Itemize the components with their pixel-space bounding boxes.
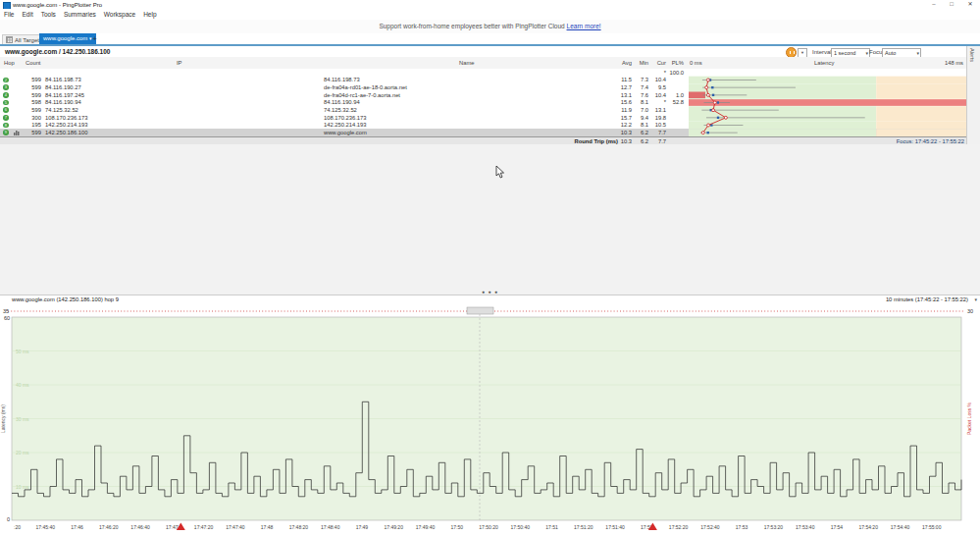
x-tick-label: 17:52:40 — [700, 524, 720, 530]
round-trip-min: 6.2 — [632, 138, 648, 144]
grid-label: 20 ms — [16, 450, 29, 456]
col-count[interactable]: Count — [26, 60, 40, 66]
window-title: www.google.com - PingPlotter Pro — [13, 2, 102, 8]
cell-avg: 12.7 — [596, 84, 632, 90]
hop-number-badge: 8 — [3, 123, 9, 129]
cell-count: 599 — [10, 107, 41, 113]
cell-avg: 12.2 — [596, 122, 632, 128]
grid-icon — [6, 36, 13, 43]
col-ip[interactable]: IP — [177, 60, 181, 66]
cell-ip: 108.170.236.173 — [45, 115, 88, 121]
cell-cur: * — [648, 99, 666, 105]
grid-label: 50 ms — [16, 348, 29, 354]
cell-min: 7.4 — [632, 84, 648, 90]
cell-count: 599 — [10, 77, 41, 82]
pingplotter-window: www.google.com - PingPlotter Pro – □ ✕ F… — [0, 0, 980, 536]
cell-name: 74.125.32.52 — [324, 107, 357, 113]
hop-number-badge: 2 — [3, 78, 9, 83]
cell-ip: 74.125.32.52 — [45, 107, 78, 113]
menu-help[interactable]: Help — [139, 9, 160, 20]
target-header: www.google.com / 142.250.186.100 ▼ Inter… — [0, 46, 980, 57]
x-tick-label: 17:48:40 — [321, 524, 340, 530]
svg-text:30: 30 — [967, 308, 973, 314]
col-hop[interactable]: Hop — [4, 60, 15, 66]
cell-name: 142.250.214.193 — [324, 122, 367, 128]
x-tick-label: 17:50:20 — [479, 524, 498, 530]
cell-name: de-fra04d-rc1-ae-7-0.aorta.net — [324, 92, 400, 98]
target-title: www.google.com / 142.250.186.100 — [5, 48, 110, 55]
minimize-button[interactable]: – — [926, 0, 942, 9]
x-tick-label: 17:53 — [736, 524, 748, 530]
timeline-panel: www.google.com (142.250.186.100) hop 9 1… — [0, 295, 980, 536]
cell-count: 598 — [10, 99, 41, 105]
cell-cur: 7.7 — [648, 130, 666, 135]
col-name[interactable]: Name — [459, 60, 474, 66]
focus-value: Auto — [885, 50, 896, 56]
cell-cur: 10.4 — [648, 92, 666, 98]
cell-count: 599 — [10, 130, 41, 135]
cell-name: www.google.com — [324, 130, 367, 135]
trace-grid-rows: *100.0259984.116.198.7384.116.198.7311.5… — [0, 69, 966, 136]
hop-number-badge: 6 — [3, 107, 9, 113]
col-avg[interactable]: Avg — [596, 60, 632, 66]
chevron-down-icon: ▾ — [916, 49, 919, 57]
menu-bar: FileEditToolsSummariesWorkspaceHelp — [0, 9, 980, 20]
x-tick-label: :20 — [14, 524, 21, 530]
cell-cur: 10.4 — [648, 77, 666, 82]
cell-min: 9.4 — [632, 115, 648, 121]
col-pl[interactable]: PL% — [666, 60, 684, 66]
banner-text: Support work-from-home employees better … — [379, 23, 564, 29]
col-latency[interactable]: Latency — [814, 60, 834, 66]
pause-icon — [790, 51, 795, 55]
menu-summaries[interactable]: Summaries — [60, 9, 100, 20]
x-tick-label: 17:49:20 — [384, 524, 403, 530]
hop-number-badge: 5 — [3, 100, 9, 106]
x-tick-label: 17:47 — [166, 524, 179, 530]
x-tick-label: 17:51 — [545, 524, 558, 530]
tab-www-google-com[interactable]: www.google.com ▾ — [39, 33, 96, 44]
tab-active-label: www.google.com — [43, 35, 87, 41]
menu-file[interactable]: File — [0, 9, 18, 20]
interval-select[interactable]: 1 second▾ — [831, 48, 870, 58]
hop-number-badge: 9 — [3, 130, 9, 135]
menu-edit[interactable]: Edit — [18, 9, 36, 20]
chevron-down-icon[interactable]: ▾ — [974, 296, 977, 302]
banner-learn-more-link[interactable]: Learn more! — [567, 23, 601, 29]
maximize-button[interactable]: □ — [944, 0, 959, 9]
menu-workspace[interactable]: Workspace — [100, 9, 139, 20]
cell-min: 7.6 — [632, 92, 648, 98]
alerts-tab[interactable]: Alerts — [969, 48, 975, 62]
x-tick-label: 17:50:40 — [511, 524, 531, 530]
x-tick-label: 17:49:40 — [416, 524, 436, 530]
focus-select[interactable]: Auto▾ — [882, 48, 921, 58]
alerts-rail: Alerts — [966, 46, 980, 144]
col-min[interactable]: Min — [632, 60, 648, 66]
x-tick-label: 17:51:20 — [574, 524, 593, 530]
x-tick-label: 17:48 — [261, 524, 274, 530]
cell-name: 108.170.236.173 — [324, 115, 367, 121]
grid-label: 30 ms — [16, 416, 29, 422]
cell-cur: 9.5 — [648, 84, 666, 90]
col-cur[interactable]: Cur — [648, 60, 666, 66]
cell-count: 599 — [10, 92, 41, 98]
timeline-chart[interactable]: 353050 ms40 ms30 ms20 ms10 ms600Latency … — [0, 303, 980, 536]
x-tick-label: 17:50 — [450, 524, 463, 530]
new-tab-button[interactable]: + — [90, 34, 99, 44]
cell-pl: 52.8 — [666, 99, 684, 105]
svg-text:35: 35 — [3, 308, 9, 314]
cell-name: de-fra04a-rd01-ae-18-0.aorta.net — [324, 84, 407, 90]
timeline-range-selector[interactable]: 10 minutes (17:45:22 - 17:55:22) — [886, 296, 968, 302]
cell-count: 195 — [10, 122, 41, 128]
svg-text:0: 0 — [7, 516, 10, 522]
packet-loss-axis-label: Packet Loss % — [966, 402, 972, 435]
latency-scale-min: 0 ms — [690, 60, 702, 66]
x-tick-label: 17:47:20 — [194, 524, 214, 530]
interval-value: 1 second — [834, 50, 855, 56]
x-tick-label: 17:53:40 — [796, 524, 815, 530]
x-tick-label: 17:51:40 — [605, 524, 625, 530]
cell-min: 7.3 — [632, 77, 648, 82]
close-button[interactable]: ✕ — [962, 0, 978, 9]
pause-dropdown-button[interactable]: ▼ — [798, 48, 807, 58]
workspace-empty-area — [0, 144, 980, 290]
menu-tools[interactable]: Tools — [37, 9, 60, 20]
